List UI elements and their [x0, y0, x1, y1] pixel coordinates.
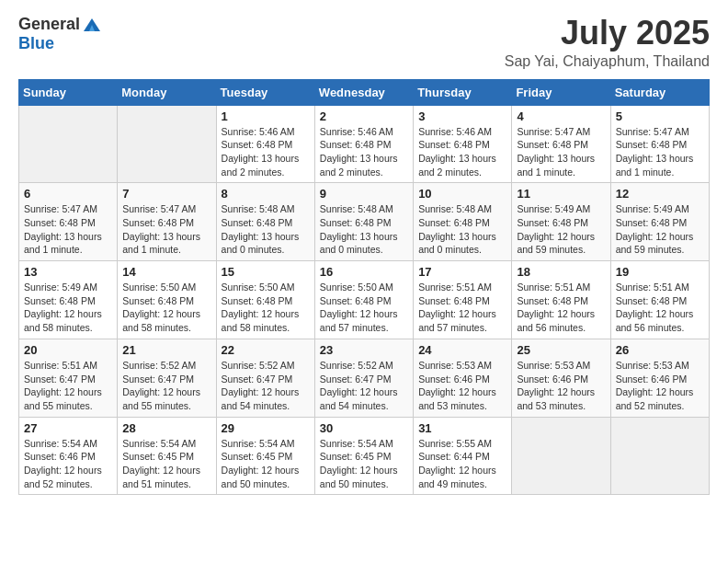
- day-number: 28: [122, 421, 210, 435]
- day-info: Sunrise: 5:50 AMSunset: 6:48 PMDaylight:…: [222, 281, 310, 335]
- title-block: July 2025 Sap Yai, Chaiyaphum, Thailand: [505, 15, 710, 70]
- day-info: Sunrise: 5:51 AMSunset: 6:48 PMDaylight:…: [418, 281, 506, 335]
- day-number: 4: [517, 109, 605, 123]
- calendar-cell: 8Sunrise: 5:48 AMSunset: 6:48 PMDaylight…: [216, 183, 314, 261]
- calendar-cell: 20Sunrise: 5:51 AMSunset: 6:47 PMDayligh…: [19, 339, 118, 417]
- day-number: 20: [24, 343, 112, 357]
- day-info: Sunrise: 5:51 AMSunset: 6:48 PMDaylight:…: [616, 281, 704, 335]
- day-header-sunday: Sunday: [19, 79, 118, 105]
- day-number: 19: [616, 265, 704, 279]
- day-info: Sunrise: 5:55 AMSunset: 6:44 PMDaylight:…: [418, 437, 506, 491]
- calendar-cell: [512, 417, 610, 495]
- day-header-tuesday: Tuesday: [216, 79, 314, 105]
- day-info: Sunrise: 5:54 AMSunset: 6:46 PMDaylight:…: [24, 437, 112, 491]
- day-info: Sunrise: 5:54 AMSunset: 6:45 PMDaylight:…: [222, 437, 310, 491]
- calendar-cell: 18Sunrise: 5:51 AMSunset: 6:48 PMDayligh…: [512, 261, 610, 339]
- logo-icon: [82, 15, 102, 35]
- day-number: 27: [24, 421, 112, 435]
- calendar-cell: 15Sunrise: 5:50 AMSunset: 6:48 PMDayligh…: [216, 261, 314, 339]
- calendar-cell: 23Sunrise: 5:52 AMSunset: 6:47 PMDayligh…: [314, 339, 413, 417]
- calendar-cell: 12Sunrise: 5:49 AMSunset: 6:48 PMDayligh…: [610, 183, 709, 261]
- day-number: 29: [222, 421, 310, 435]
- calendar-week-2: 13Sunrise: 5:49 AMSunset: 6:48 PMDayligh…: [19, 261, 710, 339]
- day-info: Sunrise: 5:49 AMSunset: 6:48 PMDaylight:…: [517, 202, 605, 257]
- calendar-cell: 11Sunrise: 5:49 AMSunset: 6:48 PMDayligh…: [512, 183, 610, 261]
- calendar-cell: 26Sunrise: 5:53 AMSunset: 6:46 PMDayligh…: [610, 339, 709, 417]
- calendar-cell: 28Sunrise: 5:54 AMSunset: 6:45 PMDayligh…: [118, 417, 216, 495]
- calendar-cell: 2Sunrise: 5:46 AMSunset: 6:48 PMDaylight…: [314, 105, 413, 183]
- page-header: General Blue July 2025 Sap Yai, Chaiyaph…: [18, 15, 710, 70]
- calendar-cell: 1Sunrise: 5:46 AMSunset: 6:48 PMDaylight…: [216, 105, 314, 183]
- day-info: Sunrise: 5:48 AMSunset: 6:48 PMDaylight:…: [320, 202, 408, 257]
- calendar-cell: 3Sunrise: 5:46 AMSunset: 6:48 PMDaylight…: [414, 105, 512, 183]
- calendar-cell: 31Sunrise: 5:55 AMSunset: 6:44 PMDayligh…: [414, 417, 512, 495]
- day-info: Sunrise: 5:53 AMSunset: 6:46 PMDaylight:…: [418, 359, 506, 413]
- calendar-cell: 30Sunrise: 5:54 AMSunset: 6:45 PMDayligh…: [314, 417, 413, 495]
- calendar-cell: 27Sunrise: 5:54 AMSunset: 6:46 PMDayligh…: [19, 417, 118, 495]
- day-number: 22: [222, 343, 310, 357]
- day-info: Sunrise: 5:50 AMSunset: 6:48 PMDaylight:…: [320, 281, 408, 335]
- calendar-cell: 7Sunrise: 5:47 AMSunset: 6:48 PMDaylight…: [118, 183, 216, 261]
- calendar-table: SundayMondayTuesdayWednesdayThursdayFrid…: [18, 79, 710, 496]
- calendar-cell: 21Sunrise: 5:52 AMSunset: 6:47 PMDayligh…: [118, 339, 216, 417]
- calendar-cell: 16Sunrise: 5:50 AMSunset: 6:48 PMDayligh…: [314, 261, 413, 339]
- day-number: 17: [418, 265, 506, 279]
- day-info: Sunrise: 5:48 AMSunset: 6:48 PMDaylight:…: [418, 202, 506, 257]
- day-info: Sunrise: 5:48 AMSunset: 6:48 PMDaylight:…: [222, 202, 310, 257]
- calendar-cell: 13Sunrise: 5:49 AMSunset: 6:48 PMDayligh…: [19, 261, 118, 339]
- day-number: 5: [616, 109, 704, 123]
- day-number: 25: [517, 343, 605, 357]
- day-number: 1: [222, 109, 310, 123]
- day-number: 11: [517, 187, 605, 201]
- day-number: 8: [222, 187, 310, 201]
- day-info: Sunrise: 5:46 AMSunset: 6:48 PMDaylight:…: [418, 125, 506, 179]
- day-header-thursday: Thursday: [414, 79, 512, 105]
- day-number: 24: [418, 343, 506, 357]
- day-info: Sunrise: 5:47 AMSunset: 6:48 PMDaylight:…: [517, 125, 605, 179]
- day-info: Sunrise: 5:49 AMSunset: 6:48 PMDaylight:…: [24, 281, 112, 335]
- day-number: 6: [24, 187, 112, 201]
- calendar-cell: 10Sunrise: 5:48 AMSunset: 6:48 PMDayligh…: [414, 183, 512, 261]
- day-number: 18: [517, 265, 605, 279]
- calendar-cell: 22Sunrise: 5:52 AMSunset: 6:47 PMDayligh…: [216, 339, 314, 417]
- day-number: 13: [24, 265, 112, 279]
- calendar-cell: 4Sunrise: 5:47 AMSunset: 6:48 PMDaylight…: [512, 105, 610, 183]
- day-info: Sunrise: 5:46 AMSunset: 6:48 PMDaylight:…: [222, 125, 310, 179]
- day-info: Sunrise: 5:54 AMSunset: 6:45 PMDaylight:…: [122, 437, 210, 491]
- day-info: Sunrise: 5:52 AMSunset: 6:47 PMDaylight:…: [222, 359, 310, 413]
- day-info: Sunrise: 5:47 AMSunset: 6:48 PMDaylight:…: [616, 125, 704, 179]
- day-number: 10: [418, 187, 506, 201]
- day-info: Sunrise: 5:47 AMSunset: 6:48 PMDaylight:…: [24, 202, 112, 257]
- calendar-cell: [19, 105, 118, 183]
- day-info: Sunrise: 5:47 AMSunset: 6:48 PMDaylight:…: [122, 202, 210, 257]
- main-title: July 2025: [505, 15, 710, 52]
- day-number: 12: [616, 187, 704, 201]
- calendar-cell: 14Sunrise: 5:50 AMSunset: 6:48 PMDayligh…: [118, 261, 216, 339]
- day-header-wednesday: Wednesday: [314, 79, 413, 105]
- day-info: Sunrise: 5:54 AMSunset: 6:45 PMDaylight:…: [320, 437, 408, 491]
- calendar-cell: [610, 417, 709, 495]
- day-info: Sunrise: 5:51 AMSunset: 6:47 PMDaylight:…: [24, 359, 112, 413]
- day-number: 31: [418, 421, 506, 435]
- calendar-cell: 17Sunrise: 5:51 AMSunset: 6:48 PMDayligh…: [414, 261, 512, 339]
- sub-title: Sap Yai, Chaiyaphum, Thailand: [505, 53, 710, 70]
- logo-general-text: General: [18, 16, 80, 34]
- calendar-cell: 29Sunrise: 5:54 AMSunset: 6:45 PMDayligh…: [216, 417, 314, 495]
- day-info: Sunrise: 5:52 AMSunset: 6:47 PMDaylight:…: [320, 359, 408, 413]
- day-number: 2: [320, 109, 408, 123]
- day-header-friday: Friday: [512, 79, 610, 105]
- calendar-cell: 25Sunrise: 5:53 AMSunset: 6:46 PMDayligh…: [512, 339, 610, 417]
- day-number: 30: [320, 421, 408, 435]
- calendar-cell: 9Sunrise: 5:48 AMSunset: 6:48 PMDaylight…: [314, 183, 413, 261]
- day-info: Sunrise: 5:46 AMSunset: 6:48 PMDaylight:…: [320, 125, 408, 179]
- day-header-monday: Monday: [118, 79, 216, 105]
- calendar-week-3: 20Sunrise: 5:51 AMSunset: 6:47 PMDayligh…: [19, 339, 710, 417]
- day-number: 15: [222, 265, 310, 279]
- calendar-header: SundayMondayTuesdayWednesdayThursdayFrid…: [19, 79, 710, 105]
- logo-blue-text: Blue: [18, 35, 102, 53]
- day-number: 9: [320, 187, 408, 201]
- day-info: Sunrise: 5:50 AMSunset: 6:48 PMDaylight:…: [122, 281, 210, 335]
- calendar-week-0: 1Sunrise: 5:46 AMSunset: 6:48 PMDaylight…: [19, 105, 710, 183]
- day-number: 21: [122, 343, 210, 357]
- calendar-cell: [118, 105, 216, 183]
